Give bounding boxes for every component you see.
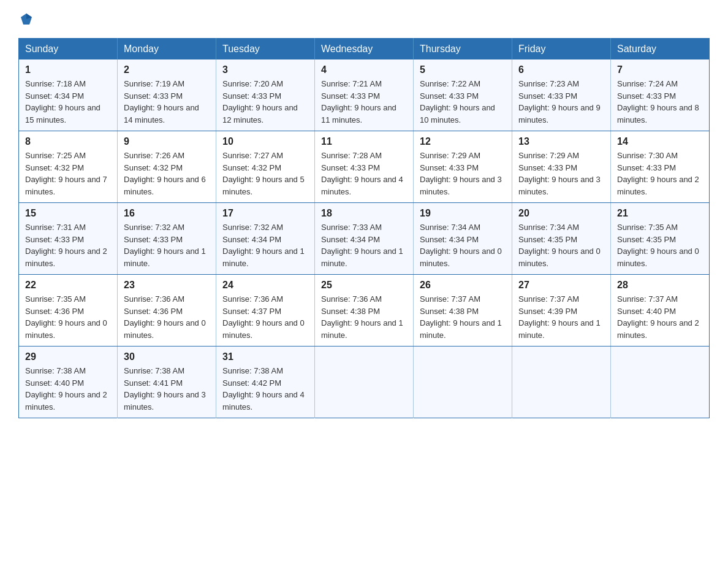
day-info: Sunrise: 7:32 AMSunset: 4:34 PMDaylight:…	[222, 221, 308, 269]
day-info: Sunrise: 7:35 AMSunset: 4:36 PMDaylight:…	[25, 293, 111, 341]
day-number: 24	[222, 280, 308, 291]
logo	[18, 12, 33, 26]
column-header-thursday: Thursday	[414, 39, 512, 60]
calendar-cell: 16Sunrise: 7:32 AMSunset: 4:33 PMDayligh…	[118, 203, 216, 275]
calendar-cell: 10Sunrise: 7:27 AMSunset: 4:32 PMDayligh…	[216, 131, 315, 203]
column-header-saturday: Saturday	[611, 39, 710, 60]
day-info: Sunrise: 7:29 AMSunset: 4:33 PMDaylight:…	[420, 150, 506, 197]
calendar-cell: 29Sunrise: 7:38 AMSunset: 4:40 PMDayligh…	[19, 347, 118, 418]
calendar-table: SundayMondayTuesdayWednesdayThursdayFrid…	[18, 38, 710, 418]
day-info: Sunrise: 7:37 AMSunset: 4:40 PMDaylight:…	[617, 293, 703, 341]
calendar-cell: 9Sunrise: 7:26 AMSunset: 4:32 PMDaylight…	[118, 131, 216, 203]
day-info: Sunrise: 7:30 AMSunset: 4:33 PMDaylight:…	[617, 150, 703, 197]
day-info: Sunrise: 7:18 AMSunset: 4:34 PMDaylight:…	[25, 78, 111, 126]
calendar-cell: 6Sunrise: 7:23 AMSunset: 4:33 PMDaylight…	[512, 59, 611, 131]
day-info: Sunrise: 7:33 AMSunset: 4:34 PMDaylight:…	[321, 221, 407, 269]
day-info: Sunrise: 7:27 AMSunset: 4:32 PMDaylight:…	[222, 150, 308, 197]
calendar-cell: 8Sunrise: 7:25 AMSunset: 4:32 PMDaylight…	[19, 131, 118, 203]
day-number: 1	[25, 64, 111, 75]
day-number: 26	[420, 280, 506, 291]
day-number: 28	[617, 280, 703, 291]
day-number: 10	[222, 136, 308, 147]
calendar-cell: 7Sunrise: 7:24 AMSunset: 4:33 PMDaylight…	[611, 59, 710, 131]
calendar-cell: 3Sunrise: 7:20 AMSunset: 4:33 PMDaylight…	[216, 59, 315, 131]
day-info: Sunrise: 7:19 AMSunset: 4:33 PMDaylight:…	[124, 78, 210, 126]
day-info: Sunrise: 7:38 AMSunset: 4:42 PMDaylight:…	[222, 365, 308, 413]
calendar-cell: 11Sunrise: 7:28 AMSunset: 4:33 PMDayligh…	[315, 131, 414, 203]
day-number: 13	[518, 136, 604, 147]
logo-flag-icon	[20, 12, 33, 26]
day-info: Sunrise: 7:37 AMSunset: 4:39 PMDaylight:…	[518, 293, 604, 341]
calendar-cell: 4Sunrise: 7:21 AMSunset: 4:33 PMDaylight…	[315, 59, 414, 131]
day-number: 18	[321, 208, 407, 219]
day-number: 23	[124, 280, 210, 291]
day-number: 7	[617, 64, 703, 75]
day-info: Sunrise: 7:34 AMSunset: 4:35 PMDaylight:…	[518, 221, 604, 269]
day-info: Sunrise: 7:38 AMSunset: 4:40 PMDaylight:…	[25, 365, 111, 413]
calendar-cell: 24Sunrise: 7:36 AMSunset: 4:37 PMDayligh…	[216, 275, 315, 347]
day-number: 31	[222, 351, 308, 362]
calendar-cell: 19Sunrise: 7:34 AMSunset: 4:34 PMDayligh…	[414, 203, 512, 275]
day-info: Sunrise: 7:38 AMSunset: 4:41 PMDaylight:…	[124, 365, 210, 413]
calendar-cell: 25Sunrise: 7:36 AMSunset: 4:38 PMDayligh…	[315, 275, 414, 347]
calendar-cell: 18Sunrise: 7:33 AMSunset: 4:34 PMDayligh…	[315, 203, 414, 275]
day-number: 4	[321, 64, 407, 75]
day-number: 20	[518, 208, 604, 219]
day-number: 14	[617, 136, 703, 147]
day-number: 16	[124, 208, 210, 219]
day-info: Sunrise: 7:24 AMSunset: 4:33 PMDaylight:…	[617, 78, 703, 126]
day-number: 22	[25, 280, 111, 291]
day-number: 6	[518, 64, 604, 75]
day-info: Sunrise: 7:22 AMSunset: 4:33 PMDaylight:…	[420, 78, 506, 126]
day-number: 11	[321, 136, 407, 147]
day-number: 19	[420, 208, 506, 219]
calendar-cell: 22Sunrise: 7:35 AMSunset: 4:36 PMDayligh…	[19, 275, 118, 347]
day-number: 30	[124, 351, 210, 362]
day-info: Sunrise: 7:29 AMSunset: 4:33 PMDaylight:…	[518, 150, 604, 197]
calendar-cell: 31Sunrise: 7:38 AMSunset: 4:42 PMDayligh…	[216, 347, 315, 418]
calendar-cell: 26Sunrise: 7:37 AMSunset: 4:38 PMDayligh…	[414, 275, 512, 347]
day-info: Sunrise: 7:20 AMSunset: 4:33 PMDaylight:…	[222, 78, 308, 126]
calendar-cell: 27Sunrise: 7:37 AMSunset: 4:39 PMDayligh…	[512, 275, 611, 347]
day-number: 2	[124, 64, 210, 75]
day-number: 17	[222, 208, 308, 219]
calendar-cell: 12Sunrise: 7:29 AMSunset: 4:33 PMDayligh…	[414, 131, 512, 203]
day-number: 15	[25, 208, 111, 219]
day-info: Sunrise: 7:31 AMSunset: 4:33 PMDaylight:…	[25, 221, 111, 269]
calendar-cell: 15Sunrise: 7:31 AMSunset: 4:33 PMDayligh…	[19, 203, 118, 275]
calendar-cell: 13Sunrise: 7:29 AMSunset: 4:33 PMDayligh…	[512, 131, 611, 203]
calendar-cell	[414, 347, 512, 418]
calendar-cell	[512, 347, 611, 418]
column-header-monday: Monday	[118, 39, 216, 60]
calendar-cell: 21Sunrise: 7:35 AMSunset: 4:35 PMDayligh…	[611, 203, 710, 275]
day-info: Sunrise: 7:23 AMSunset: 4:33 PMDaylight:…	[518, 78, 604, 126]
calendar-cell: 5Sunrise: 7:22 AMSunset: 4:33 PMDaylight…	[414, 59, 512, 131]
day-info: Sunrise: 7:25 AMSunset: 4:32 PMDaylight:…	[25, 150, 111, 197]
day-number: 12	[420, 136, 506, 147]
calendar-cell: 28Sunrise: 7:37 AMSunset: 4:40 PMDayligh…	[611, 275, 710, 347]
day-info: Sunrise: 7:21 AMSunset: 4:33 PMDaylight:…	[321, 78, 407, 126]
day-number: 8	[25, 136, 111, 147]
day-info: Sunrise: 7:37 AMSunset: 4:38 PMDaylight:…	[420, 293, 506, 341]
day-info: Sunrise: 7:26 AMSunset: 4:32 PMDaylight:…	[124, 150, 210, 197]
day-info: Sunrise: 7:36 AMSunset: 4:36 PMDaylight:…	[124, 293, 210, 341]
column-header-sunday: Sunday	[19, 39, 118, 60]
calendar-week-row: 1Sunrise: 7:18 AMSunset: 4:34 PMDaylight…	[19, 59, 710, 131]
calendar-cell: 14Sunrise: 7:30 AMSunset: 4:33 PMDayligh…	[611, 131, 710, 203]
calendar-cell	[315, 347, 414, 418]
calendar-cell: 1Sunrise: 7:18 AMSunset: 4:34 PMDaylight…	[19, 59, 118, 131]
day-number: 9	[124, 136, 210, 147]
calendar-week-row: 15Sunrise: 7:31 AMSunset: 4:33 PMDayligh…	[19, 203, 710, 275]
calendar-cell	[611, 347, 710, 418]
day-number: 3	[222, 64, 308, 75]
day-info: Sunrise: 7:35 AMSunset: 4:35 PMDaylight:…	[617, 221, 703, 269]
calendar-cell: 20Sunrise: 7:34 AMSunset: 4:35 PMDayligh…	[512, 203, 611, 275]
page-header	[18, 12, 710, 26]
calendar-week-row: 22Sunrise: 7:35 AMSunset: 4:36 PMDayligh…	[19, 275, 710, 347]
day-number: 27	[518, 280, 604, 291]
day-number: 25	[321, 280, 407, 291]
day-info: Sunrise: 7:28 AMSunset: 4:33 PMDaylight:…	[321, 150, 407, 197]
calendar-week-row: 29Sunrise: 7:38 AMSunset: 4:40 PMDayligh…	[19, 347, 710, 418]
calendar-cell: 17Sunrise: 7:32 AMSunset: 4:34 PMDayligh…	[216, 203, 315, 275]
calendar-cell: 30Sunrise: 7:38 AMSunset: 4:41 PMDayligh…	[118, 347, 216, 418]
